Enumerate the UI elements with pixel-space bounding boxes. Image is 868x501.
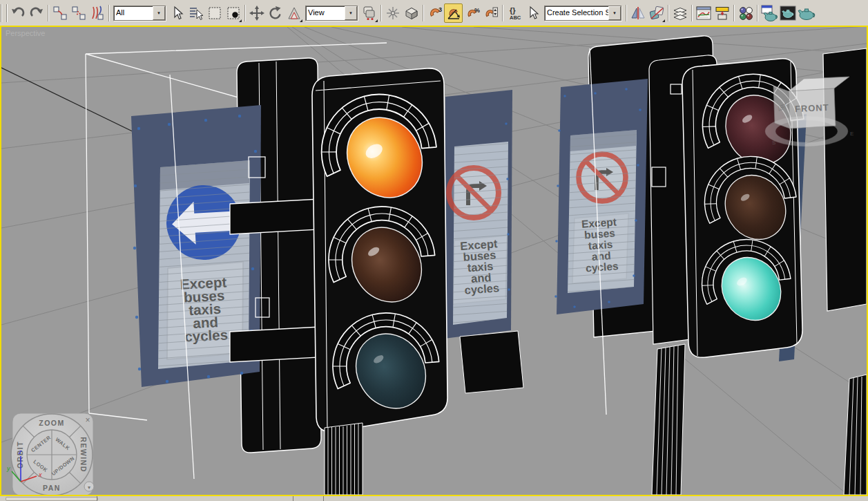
axis-y-label: y bbox=[6, 465, 10, 472]
toolbar-separator bbox=[731, 4, 736, 22]
track-tick bbox=[323, 496, 324, 501]
compass-south-label: S bbox=[772, 140, 775, 146]
toolbar-separator bbox=[46, 4, 50, 22]
scene-canvas[interactable]: Except buses taxis and cycles bbox=[1, 27, 867, 495]
align-icon bbox=[649, 6, 664, 21]
toolbar-separator bbox=[755, 4, 760, 22]
perspective-viewport[interactable]: Except buses taxis and cycles bbox=[0, 26, 868, 496]
pole-fragment-bottom-right[interactable] bbox=[844, 375, 867, 495]
unlink-selection-button[interactable] bbox=[69, 3, 88, 23]
dropdown-arrow-icon[interactable]: ▼ bbox=[153, 6, 165, 20]
layer-manager-button[interactable] bbox=[671, 3, 689, 23]
render-setup-icon bbox=[760, 5, 778, 21]
wheel-menu-arrow-icon[interactable]: ▾ bbox=[88, 484, 90, 491]
select-and-link-icon bbox=[52, 6, 68, 21]
viewcube-front-label[interactable]: FRONT bbox=[795, 102, 829, 115]
percent-snap-toggle-button[interactable]: % bbox=[463, 3, 481, 23]
select-and-manipulate-button[interactable] bbox=[383, 3, 402, 23]
redo-button[interactable] bbox=[27, 3, 46, 23]
render-setup-button[interactable] bbox=[760, 3, 778, 23]
keyboard-shortcut-override-icon bbox=[404, 6, 419, 21]
snaps-toggle-button[interactable]: 3 bbox=[425, 3, 444, 23]
snaps-toggle-icon: 3 bbox=[427, 6, 443, 21]
main-toolbar: All ▼ View ▼ bbox=[0, 0, 868, 26]
edit-named-selection-sets-button[interactable] bbox=[523, 3, 542, 23]
track-tick bbox=[97, 496, 97, 501]
render-production-icon bbox=[798, 5, 816, 21]
use-pivot-point-center-button[interactable] bbox=[360, 3, 378, 23]
rendered-frame-window-icon bbox=[779, 5, 797, 21]
material-editor-button[interactable] bbox=[736, 3, 755, 23]
align-button[interactable] bbox=[647, 3, 666, 23]
named-selection-set-dropdown[interactable]: Create Selection Set ▼ bbox=[544, 6, 621, 21]
signal-pole-right[interactable] bbox=[652, 344, 685, 495]
traffic-light-front[interactable] bbox=[309, 68, 447, 495]
dropdown-arrow-icon[interactable]: ▼ bbox=[345, 6, 357, 20]
no-right-turn-sign-right[interactable]: Except buses taxis and cycles bbox=[554, 79, 648, 314]
signal-pole-front[interactable] bbox=[325, 423, 363, 495]
toolbar-separator bbox=[689, 4, 694, 22]
spinner-snap-toggle-icon bbox=[483, 6, 499, 21]
selection-filter-dropdown[interactable]: All ▼ bbox=[113, 6, 166, 21]
select-and-rotate-icon bbox=[268, 6, 283, 21]
mirror-button[interactable] bbox=[628, 3, 647, 23]
named-selection-sets-icon: {} ABC bbox=[507, 6, 522, 21]
angle-snap-toggle-button[interactable] bbox=[444, 3, 463, 23]
axis-z-label: z bbox=[18, 448, 22, 455]
named-selection-set-value: Create Selection Set bbox=[545, 6, 608, 20]
render-production-button[interactable] bbox=[797, 3, 816, 23]
select-object-button[interactable] bbox=[168, 3, 186, 23]
axis-x-label: x bbox=[38, 471, 42, 478]
select-by-name-button[interactable] bbox=[186, 3, 205, 23]
undo-icon bbox=[10, 6, 26, 21]
unlink-selection-icon bbox=[71, 6, 86, 21]
undo-button[interactable] bbox=[8, 3, 27, 23]
viewport-label[interactable]: Perspective bbox=[6, 29, 45, 37]
select-and-scale-icon bbox=[287, 6, 302, 21]
material-editor-icon bbox=[737, 6, 754, 21]
time-slider-fragment[interactable] bbox=[6, 497, 98, 501]
wheel-rewind-wedge[interactable]: REWIND bbox=[79, 437, 88, 473]
bind-to-space-warp-button[interactable] bbox=[88, 3, 106, 23]
wheel-pan-wedge[interactable]: PAN bbox=[43, 484, 61, 492]
curve-editor-icon bbox=[695, 6, 712, 21]
track-bar-strip bbox=[0, 496, 868, 501]
toolbar-drag-handle[interactable] bbox=[1, 4, 7, 22]
window-crossing-toggle-button[interactable] bbox=[224, 3, 242, 23]
use-pivot-point-center-icon bbox=[362, 6, 377, 21]
selection-filter-value: All bbox=[114, 6, 153, 20]
schematic-view-button[interactable] bbox=[713, 3, 731, 23]
rectangular-selection-region-button[interactable] bbox=[205, 3, 224, 23]
window-crossing-icon bbox=[226, 6, 241, 21]
select-object-icon bbox=[170, 6, 185, 21]
schematic-view-icon bbox=[714, 6, 731, 21]
grid-axis-line bbox=[1, 68, 139, 135]
bind-to-space-warp-icon bbox=[90, 6, 105, 21]
snaps-count-label: 3 bbox=[438, 6, 442, 13]
keyboard-shortcut-override-button[interactable] bbox=[402, 3, 421, 23]
no-right-turn-sign-middle[interactable]: Except buses taxis and cycles bbox=[444, 90, 523, 393]
percent-snap-toggle-icon: % bbox=[465, 6, 480, 21]
wheel-close-button[interactable]: × bbox=[85, 415, 90, 425]
select-and-manipulate-icon bbox=[385, 6, 401, 21]
curve-editor-button[interactable] bbox=[694, 3, 713, 23]
select-and-rotate-button[interactable] bbox=[266, 3, 284, 23]
dropdown-arrow-icon[interactable]: ▼ bbox=[608, 6, 621, 20]
toolbar-separator bbox=[378, 4, 383, 22]
toolbar-separator bbox=[500, 4, 505, 22]
rectangular-selection-region-icon bbox=[207, 6, 222, 21]
select-and-link-button[interactable] bbox=[50, 3, 69, 23]
toolbar-separator bbox=[624, 4, 628, 22]
3ds-max-window: All ▼ View ▼ bbox=[0, 0, 868, 501]
named-selection-sets-button[interactable]: {} ABC bbox=[505, 3, 523, 23]
redo-icon bbox=[29, 6, 44, 21]
track-tick bbox=[293, 496, 293, 501]
select-and-scale-button[interactable] bbox=[284, 3, 303, 23]
wheel-zoom-wedge[interactable]: ZOOM bbox=[39, 419, 65, 427]
spinner-snap-toggle-button[interactable] bbox=[481, 3, 500, 23]
braces-glyph: {} bbox=[510, 6, 516, 15]
rendered-frame-window-button[interactable] bbox=[778, 3, 797, 23]
select-and-move-button[interactable] bbox=[247, 3, 266, 23]
reference-coordinate-system-dropdown[interactable]: View ▼ bbox=[305, 6, 358, 21]
steering-wheel[interactable]: ZOOM PAN ORBIT REWIND CENTER WALK LOOK U… bbox=[11, 413, 94, 495]
